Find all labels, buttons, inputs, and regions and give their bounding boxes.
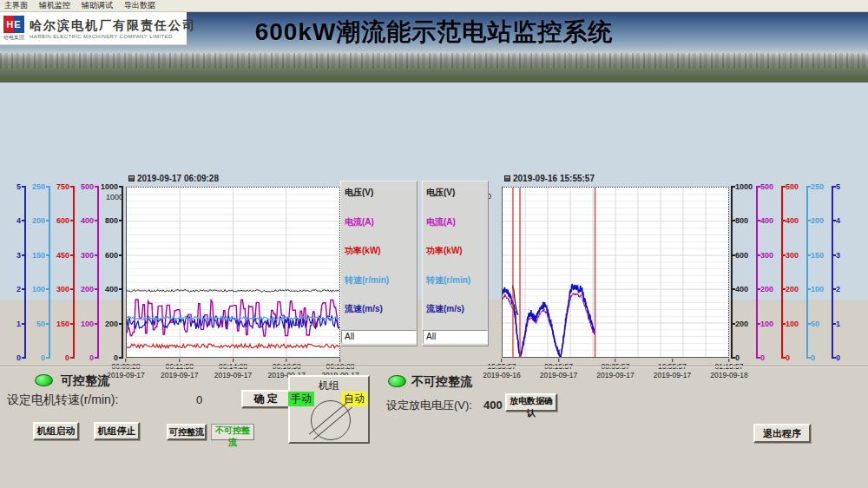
axis-tick-label: 300 [786, 252, 805, 260]
menu-bar: 主界面 辅机监控 辅助调试 导出数据 [0, 0, 868, 12]
mode-rotary-switch[interactable] [311, 400, 351, 440]
company-name-cn: 哈尔滨电机厂有限责任公司 [30, 18, 196, 34]
legend-power: 功率(kW) [426, 245, 488, 274]
uncontrolled-rectifier-label: 不可控整流 [411, 374, 472, 390]
axis-tick-label: 400 [735, 286, 754, 293]
axis-tick-label: 150 [811, 252, 830, 260]
legend-current: 电流(A) [345, 216, 417, 246]
controlled-rectifier-led [35, 374, 53, 386]
axis-tick-label: 200 [76, 286, 95, 293]
banner-photo: 600kW潮流能示范电站监控系统 HE 哈电集团 哈尔滨电机厂有限责任公司 HA… [0, 12, 868, 82]
right-chart-timestamp: 2019-09-16 15:55:57 [504, 174, 595, 183]
uncontrolled-rectifier-button[interactable]: 不可控整流 [211, 424, 254, 440]
legend-current: 电流(A) [426, 216, 488, 246]
axis-tick-label: 200 [811, 217, 830, 225]
axis-tick-label: 400 [76, 217, 95, 225]
discharge-data-confirm-button[interactable]: 放电数据确认 [505, 393, 557, 412]
axis-tick-label: 500 [786, 183, 805, 191]
axis-tick-label: 600 [101, 252, 120, 260]
axis-tick-label: 4 [3, 217, 23, 225]
unit-mode-panel: 机组 手动 自动 [288, 375, 370, 444]
company-name-en: HARBIN ELECTRIC MACHINERY COMPANY LIMITE… [30, 34, 196, 39]
axis-tick-label: 600 [735, 252, 754, 260]
axis-tick-label: 150 [28, 252, 47, 260]
axis-tick-label: 100 [811, 286, 830, 293]
axis-tick-label: 2 [3, 286, 23, 293]
section-divider [0, 366, 868, 367]
axis-tick-label: 200 [760, 286, 779, 293]
uncontrolled-rectifier-led [388, 375, 406, 387]
trend-chart-section: 2019-09-17 06:09:28 1000 543210250200150… [0, 82, 868, 300]
axis-tick-label: 250 [28, 183, 47, 191]
axis-tick-label: 400 [760, 217, 779, 225]
axis-tick-label: 600 [52, 217, 71, 225]
axis-tick-label: 3 [3, 252, 23, 260]
harbin-electric-logo-icon: HE 哈电集团 [3, 16, 24, 42]
company-logo-box: HE 哈电集团 哈尔滨电机厂有限责任公司 HARBIN ELECTRIC MAC… [0, 12, 187, 45]
axis-tick-label: 300 [52, 286, 71, 293]
menu-item-aux-monitor[interactable]: 辅机监控 [39, 0, 70, 11]
manual-mode-tag[interactable]: 手动 [288, 392, 314, 406]
legend-power: 功率(kW) [345, 245, 417, 274]
axis-tick-label: 750 [52, 183, 71, 191]
axis-tick-label: 4 [836, 217, 855, 225]
confirm-button[interactable]: 确 定 [241, 390, 290, 408]
axis-tick-label: 100 [28, 286, 47, 293]
menu-item-aux-debug[interactable]: 辅助调试 [82, 0, 113, 11]
live-readouts: 电机转速(r/min): 558 电流(A): 112.1 电压(V): 391… [0, 300, 868, 366]
unit-stop-button[interactable]: 机组停止 [94, 422, 140, 440]
set-discharge-voltage-label: 设定放电电压(V): [386, 398, 472, 413]
axis-tick-label: 300 [760, 252, 779, 260]
legend-speed: 转速(r/min) [345, 274, 417, 304]
rotary-lever [309, 401, 352, 439]
exit-program-button[interactable]: 退出程序 [753, 424, 811, 443]
menu-item-main[interactable]: 主界面 [4, 0, 28, 11]
axis-tick-label: 3 [836, 252, 855, 260]
axis-tick-label: 1000 [101, 183, 120, 191]
legend-speed: 转速(r/min) [426, 274, 488, 304]
set-motor-speed-value[interactable]: 0 [196, 393, 202, 406]
axis-tick-label: 200 [28, 217, 47, 225]
axis-tick-label: 450 [52, 252, 71, 260]
legend-voltage: 电压(V) [426, 187, 488, 216]
axis-tick-label: 2 [836, 286, 855, 293]
controlled-rectifier-label: 可控整流 [61, 373, 109, 389]
controlled-rectifier-button[interactable]: 可控整流 [167, 424, 207, 440]
axis-tick-label: 500 [760, 183, 779, 191]
axis-tick-label: 5 [3, 183, 23, 191]
axis-tick-label: 800 [735, 217, 754, 225]
axis-tick-label: 500 [76, 183, 95, 191]
menu-item-export[interactable]: 导出数据 [124, 0, 155, 11]
axis-tick-label: 400 [786, 217, 805, 225]
set-discharge-voltage-value[interactable]: 400 [483, 399, 503, 412]
axis-tick-label: 300 [76, 252, 95, 260]
chart-window-icon [504, 175, 510, 181]
legend-voltage: 电压(V) [345, 187, 417, 216]
unit-start-button[interactable]: 机组启动 [33, 422, 79, 440]
chart-window-icon [128, 175, 135, 181]
left-chart-timestamp: 2019-09-17 06:09:28 [128, 174, 219, 183]
axis-tick-label: 1000 [735, 183, 754, 191]
axis-tick-label: 400 [101, 286, 120, 293]
axis-tick-label: 250 [811, 183, 830, 191]
set-motor-speed-label: 设定电机转速(r/min): [7, 392, 118, 408]
axis-tick-label: 5 [836, 183, 855, 191]
axis-tick-label: 200 [786, 286, 805, 293]
city-skyline [0, 53, 868, 69]
axis-tick-label: 800 [101, 217, 120, 225]
